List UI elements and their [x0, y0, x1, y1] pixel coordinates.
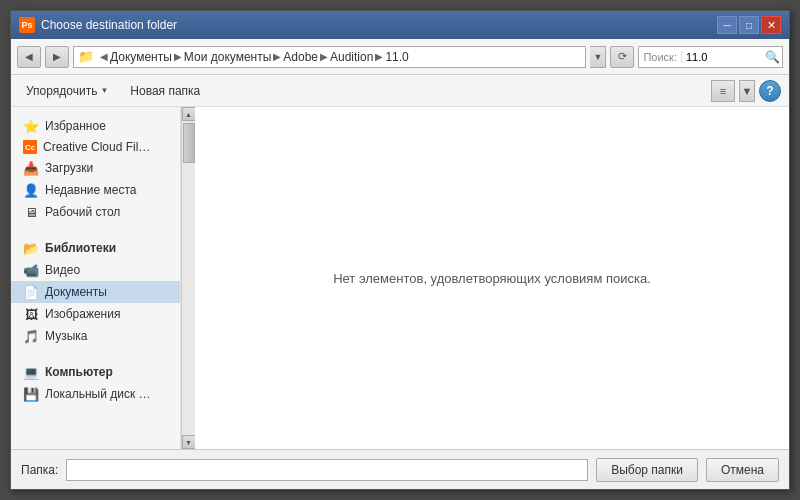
documents-icon: 📄 — [23, 284, 39, 300]
sidebar-item-images[interactable]: 🖼 Изображения — [11, 303, 180, 325]
sidebar-section-libraries: 📂 Библиотеки 📹 Видео 📄 Документы 🖼 Изобр… — [11, 237, 180, 347]
recent-icon: 👤 — [23, 182, 39, 198]
refresh-button[interactable]: ⟳ — [610, 46, 634, 68]
app-icon: Ps — [19, 17, 35, 33]
music-icon: 🎵 — [23, 328, 39, 344]
dialog-window: Ps Choose destination folder ─ □ ✕ ◀ ▶ 📁… — [10, 10, 790, 490]
view-chevron-button[interactable]: ▼ — [739, 80, 755, 102]
help-button[interactable]: ? — [759, 80, 781, 102]
select-folder-button[interactable]: Выбор папки — [596, 458, 698, 482]
path-folder-icon: 📁 — [78, 49, 94, 64]
path-separator-0: ◀ — [100, 51, 108, 62]
path-sep-2: ▶ — [273, 51, 281, 62]
sidebar-item-favorites[interactable]: ⭐ Избранное — [11, 115, 180, 137]
organize-chevron: ▼ — [100, 86, 108, 95]
address-bar: ◀ ▶ 📁 ◀ Документы ▶ Мои документы ▶ Adob… — [11, 39, 789, 75]
folder-input[interactable] — [66, 459, 588, 481]
cancel-button[interactable]: Отмена — [706, 458, 779, 482]
sidebar: ⭐ Избранное Cc Creative Cloud Fil… 📥 Заг… — [11, 107, 181, 449]
scrollbar-up-button[interactable]: ▲ — [182, 107, 196, 121]
sidebar-item-downloads[interactable]: 📥 Загрузки — [11, 157, 180, 179]
sidebar-item-documents[interactable]: 📄 Документы — [11, 281, 180, 303]
minimize-button[interactable]: ─ — [717, 16, 737, 34]
path-bar[interactable]: 📁 ◀ Документы ▶ Мои документы ▶ Adobe ▶ … — [73, 46, 586, 68]
titlebar: Ps Choose destination folder ─ □ ✕ — [11, 11, 789, 39]
sidebar-section-computer: 💻 Компьютер 💾 Локальный диск … — [11, 361, 180, 405]
path-sep-4: ▶ — [375, 51, 383, 62]
new-folder-label: Новая папка — [130, 84, 200, 98]
window-controls: ─ □ ✕ — [717, 16, 781, 34]
view-button[interactable]: ≡ — [711, 80, 735, 102]
sidebar-libraries-label: Библиотеки — [45, 241, 116, 255]
search-label: Поиск: — [639, 51, 682, 63]
search-box: Поиск: 🔍 — [638, 46, 783, 68]
back-button[interactable]: ◀ — [17, 46, 41, 68]
sidebar-item-desktop-label: Рабочий стол — [45, 205, 120, 219]
search-input[interactable] — [682, 51, 762, 63]
path-dropdown-button[interactable]: ▼ — [590, 46, 606, 68]
video-icon: 📹 — [23, 262, 39, 278]
path-segment-0[interactable]: Документы — [110, 50, 172, 64]
sidebar-item-computer-title: 💻 Компьютер — [11, 361, 180, 383]
sidebar-item-recent[interactable]: 👤 Недавние места — [11, 179, 180, 201]
organize-button[interactable]: Упорядочить ▼ — [19, 80, 115, 102]
path-segment-1[interactable]: Мои документы — [184, 50, 271, 64]
empty-message: Нет элементов, удовлетворяющих условиям … — [333, 271, 651, 286]
sidebar-computer-label: Компьютер — [45, 365, 113, 379]
scrollbar-down-button[interactable]: ▼ — [182, 435, 196, 449]
desktop-icon: 🖥 — [23, 204, 39, 220]
sidebar-item-video-label: Видео — [45, 263, 80, 277]
sidebar-item-favorites-label: Избранное — [45, 119, 106, 133]
path-segment-4[interactable]: 11.0 — [385, 50, 408, 64]
view-icon: ≡ — [720, 85, 726, 97]
sidebar-section-favorites: ⭐ Избранное Cc Creative Cloud Fil… 📥 Заг… — [11, 115, 180, 223]
help-label: ? — [766, 84, 773, 98]
sidebar-item-images-label: Изображения — [45, 307, 120, 321]
maximize-button[interactable]: □ — [739, 16, 759, 34]
sidebar-item-video[interactable]: 📹 Видео — [11, 259, 180, 281]
main-content: ⭐ Избранное Cc Creative Cloud Fil… 📥 Заг… — [11, 107, 789, 449]
path-segment-3[interactable]: Audition — [330, 50, 373, 64]
sidebar-item-downloads-label: Загрузки — [45, 161, 93, 175]
libraries-icon: 📂 — [23, 240, 39, 256]
computer-icon: 💻 — [23, 364, 39, 380]
search-icon[interactable]: 🔍 — [762, 46, 782, 68]
folder-label: Папка: — [21, 463, 58, 477]
organize-label: Упорядочить — [26, 84, 97, 98]
sidebar-item-local-disk-label: Локальный диск … — [45, 387, 151, 401]
sidebar-divider-1 — [11, 229, 180, 237]
file-area: Нет элементов, удовлетворяющих условиям … — [195, 107, 789, 449]
local-disk-icon: 💾 — [23, 386, 39, 402]
dialog-title: Choose destination folder — [41, 18, 717, 32]
sidebar-scrollbar: ▲ ▼ — [181, 107, 195, 449]
forward-button[interactable]: ▶ — [45, 46, 69, 68]
toolbar-right: ≡ ▼ ? — [711, 80, 781, 102]
star-icon: ⭐ — [23, 118, 39, 134]
scrollbar-thumb[interactable] — [183, 123, 195, 163]
images-icon: 🖼 — [23, 306, 39, 322]
sidebar-item-desktop[interactable]: 🖥 Рабочий стол — [11, 201, 180, 223]
creative-cloud-icon: Cc — [23, 140, 37, 154]
new-folder-button[interactable]: Новая папка — [123, 80, 207, 102]
sidebar-item-documents-label: Документы — [45, 285, 107, 299]
sidebar-item-music[interactable]: 🎵 Музыка — [11, 325, 180, 347]
path-segment-2[interactable]: Adobe — [283, 50, 318, 64]
view-chevron-icon: ▼ — [742, 85, 753, 97]
sidebar-item-cc-label: Creative Cloud Fil… — [43, 140, 150, 154]
close-button[interactable]: ✕ — [761, 16, 781, 34]
bottom-bar: Папка: Выбор папки Отмена — [11, 449, 789, 489]
path-sep-1: ▶ — [174, 51, 182, 62]
path-sep-3: ▶ — [320, 51, 328, 62]
downloads-icon: 📥 — [23, 160, 39, 176]
sidebar-divider-2 — [11, 353, 180, 361]
sidebar-item-recent-label: Недавние места — [45, 183, 136, 197]
sidebar-item-local-disk[interactable]: 💾 Локальный диск … — [11, 383, 180, 405]
sidebar-item-music-label: Музыка — [45, 329, 87, 343]
sidebar-item-libraries-title: 📂 Библиотеки — [11, 237, 180, 259]
sidebar-item-creative-cloud[interactable]: Cc Creative Cloud Fil… — [11, 137, 180, 157]
toolbar: Упорядочить ▼ Новая папка ≡ ▼ ? — [11, 75, 789, 107]
